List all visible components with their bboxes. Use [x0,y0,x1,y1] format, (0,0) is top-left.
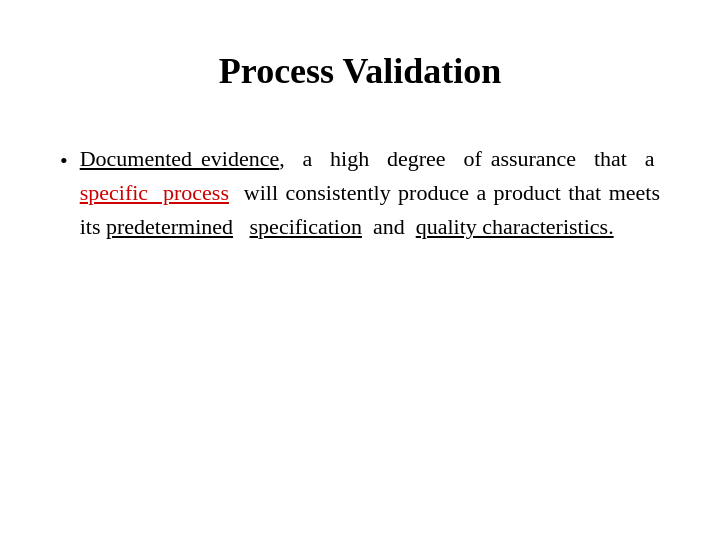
slide-title: Process Validation [60,50,660,92]
specific-process-text: specific process [80,180,229,205]
slide: Process Validation • Documented evidence… [0,0,720,540]
bullet-text: Documented evidence, a high degree of as… [80,142,660,244]
title-area: Process Validation [60,40,660,92]
bullet-dot: • [60,144,68,177]
specification-text: specification [250,214,362,239]
content-area: • Documented evidence, a high degree of … [60,142,660,500]
documented-evidence-text: Documented evidence [80,146,279,171]
quality-characteristics-text: quality characteristics. [416,214,614,239]
bullet-item: • Documented evidence, a high degree of … [60,142,660,244]
predetermined-text: predetermined [106,214,233,239]
